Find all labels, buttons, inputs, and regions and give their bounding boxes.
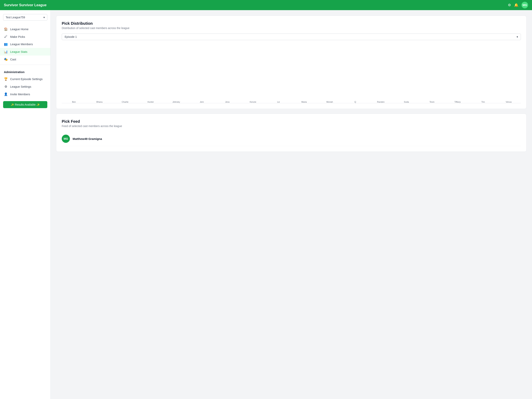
bar-label: Jelinsky [172, 101, 180, 103]
chart-bar-q: Q [343, 100, 367, 103]
make-picks-label: Make Picks [10, 35, 25, 38]
chart-bar-jem: Jem [190, 100, 214, 103]
pick-distribution-subtitle: Distribution of selected cast members ac… [62, 26, 521, 30]
bar-label: Soda [404, 101, 409, 103]
chart-bar-soda: Soda [394, 100, 418, 103]
bar-label: Kenzie [250, 101, 256, 103]
pick-distribution-card: Pick Distribution Distribution of select… [56, 16, 526, 109]
top-navigation: Survivor Survivor League ⚙ 🔔 MG [0, 0, 532, 10]
league-settings-label: League Settings [10, 85, 31, 88]
bar-label: Q [355, 101, 356, 103]
administration-section-title: Administration [0, 66, 51, 75]
pick-feed-card: Pick Feed Feed of selected cast members … [56, 114, 526, 152]
chart-bar-tim: Tim [471, 100, 495, 103]
results-available-button[interactable]: ✨ Results Available ✨ [3, 101, 47, 108]
chart-bar-moriah: Moriah [317, 100, 342, 103]
bar-label: Jess [225, 101, 230, 103]
bar-label: Randen [377, 101, 385, 103]
make-picks-icon: 🖊 [4, 35, 8, 38]
chart-bar-ben: Ben [62, 100, 86, 103]
sidebar-nav: 🏠 League Home🖊 Make Picks👥 League Member… [0, 25, 51, 63]
pick-distribution-chart: BenBhanuCharlieHunterJelinskyJemJessKenz… [62, 45, 521, 103]
admin-item-invite-members[interactable]: 👤 Invite Members [0, 90, 51, 98]
settings-icon[interactable]: ⚙ [508, 3, 511, 7]
invite-members-label: Invite Members [10, 93, 30, 96]
invite-members-icon: 👤 [4, 92, 8, 96]
chart-bar-maria: Maria [292, 100, 316, 103]
league-members-icon: 👥 [4, 42, 8, 46]
chart-bar-kenzie: Kenzie [241, 100, 265, 103]
chart-bar-tiffany: Tiffany [445, 100, 470, 103]
league-stats-label: League Stats [10, 50, 27, 53]
bar-label: Ben [72, 101, 76, 103]
episode-select-chevron: ▾ [517, 35, 518, 38]
league-home-icon: 🏠 [4, 27, 8, 31]
cast-icon: 🎭 [4, 58, 8, 61]
bell-icon[interactable]: 🔔 [514, 3, 518, 7]
league-members-label: League Members [10, 42, 33, 46]
sidebar: Test League759 ▾ 🏠 League Home🖊 Make Pic… [0, 10, 51, 399]
league-select-label: Test League759 [6, 16, 25, 19]
pick-feed-list: MG Matthew49 Gramigna [62, 131, 521, 146]
league-select-container: Test League759 ▾ [3, 14, 47, 21]
chart-bar-randen: Randen [369, 100, 393, 103]
chart-bar-jelinsky: Jelinsky [164, 100, 188, 103]
current-episode-settings-icon: 🏆 [4, 77, 8, 81]
league-select-button[interactable]: Test League759 ▾ [3, 14, 47, 21]
chart-bar-bhanu: Bhanu [87, 100, 112, 103]
league-home-label: League Home [10, 27, 28, 31]
bar-label: Tiffany [454, 101, 461, 103]
user-avatar[interactable]: MG [521, 2, 528, 8]
pick-feed-title: Pick Feed [62, 119, 521, 124]
feed-avatar: MG [62, 135, 70, 143]
bar-label: Tim [481, 101, 485, 103]
admin-item-league-settings[interactable]: ⚙ League Settings [0, 83, 51, 90]
bar-label: Maria [301, 101, 307, 103]
bar-label: Venus [506, 101, 512, 103]
chart-bar-charlie: Charlie [113, 100, 137, 103]
main-content: Pick Distribution Distribution of select… [51, 10, 532, 399]
app-title: Survivor Survivor League [4, 3, 47, 7]
bar-label: Jem [200, 101, 204, 103]
bar-label: Liz [277, 101, 280, 103]
episode-select-button[interactable]: Episode 1 ▾ [62, 33, 521, 40]
sidebar-item-league-stats[interactable]: 📊 League Stats [0, 48, 51, 56]
sidebar-item-league-home[interactable]: 🏠 League Home [0, 25, 51, 33]
sidebar-divider [0, 65, 51, 65]
cast-label: Cast [10, 58, 16, 61]
league-settings-icon: ⚙ [4, 85, 8, 89]
admin-item-current-episode-settings[interactable]: 🏆 Current Episode Settings [0, 75, 51, 83]
bar-label: Moriah [326, 101, 333, 103]
admin-nav: 🏆 Current Episode Settings⚙ League Setti… [0, 75, 51, 98]
feed-name: Matthew49 Gramigna [73, 137, 102, 141]
sidebar-item-league-members[interactable]: 👥 League Members [0, 40, 51, 48]
bar-label: Hunter [147, 101, 154, 103]
bar-label: Charlie [122, 101, 128, 103]
chart-bar-venus: Venus [497, 100, 521, 103]
pick-feed-item: MG Matthew49 Gramigna [62, 131, 521, 146]
current-episode-settings-label: Current Episode Settings [10, 77, 43, 81]
chart-bar-hunter: Hunter [139, 100, 163, 103]
sidebar-item-make-picks[interactable]: 🖊 Make Picks [0, 33, 51, 40]
episode-select-value: Episode 1 [65, 35, 77, 38]
bar-label: Tevin [429, 101, 434, 103]
chart-bar-jess: Jess [215, 100, 240, 103]
pick-distribution-title: Pick Distribution [62, 21, 521, 26]
league-select-chevron: ▾ [44, 16, 45, 19]
chart-bar-liz: Liz [266, 100, 291, 103]
chart-bar-tevin: Tevin [420, 100, 444, 103]
pick-feed-subtitle: Feed of selected cast members across the… [62, 124, 521, 128]
topnav-icons: ⚙ 🔔 MG [508, 2, 528, 8]
league-stats-icon: 📊 [4, 50, 8, 54]
bar-label: Bhanu [96, 101, 103, 103]
sidebar-item-cast[interactable]: 🎭 Cast [0, 56, 51, 63]
